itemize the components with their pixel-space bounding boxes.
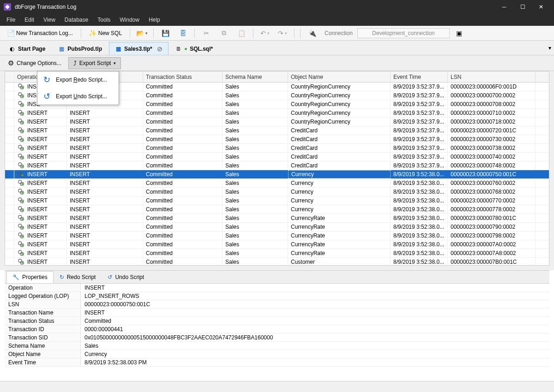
minimize-button[interactable]: ─ — [495, 0, 513, 14]
column-lsn[interactable]: LSN — [448, 71, 536, 82]
tab-label: Properties — [22, 274, 48, 280]
tabs-overflow-button[interactable]: ▾ — [548, 45, 551, 55]
cell-schema-name: Sales — [223, 126, 288, 135]
indicator-header — [5, 71, 14, 82]
column-object-name[interactable]: Object Name — [288, 71, 391, 82]
settings-icon: ▣ — [456, 30, 463, 37]
cell-operation: INSERT — [14, 188, 67, 196]
insert-icon — [17, 127, 25, 134]
menu-window[interactable]: Window — [115, 14, 144, 26]
export-undo-script-item[interactable]: ↺ Export Undo Script... — [37, 88, 119, 105]
export-script-button[interactable]: ⤴ Export Script ▾ — [68, 57, 121, 69]
table-row[interactable]: INSERTINSERTCommittedSalesCustomer8/9/20… — [5, 258, 549, 265]
tab-sales3[interactable]: ▦ Sales3.tlp* ⊘ — [109, 42, 169, 55]
property-key: LSN — [5, 300, 81, 308]
cell-transaction-name: INSERT — [67, 258, 143, 265]
undo-button[interactable]: ↶ — [257, 28, 273, 39]
new-transaction-log-button[interactable]: 📄 New Transaction Log... — [3, 28, 77, 39]
property-value: LOP_INSERT_ROWS — [81, 292, 549, 300]
menu-database[interactable]: Database — [60, 14, 93, 26]
cut-button[interactable]: ✂ — [199, 28, 214, 39]
row-indicator — [5, 153, 14, 161]
cell-operation: INSERT — [14, 135, 67, 143]
tab-sql[interactable]: 🗎 ■ SQL.sql* — [169, 42, 219, 55]
insert-icon — [17, 224, 25, 230]
tab-redo-script[interactable]: ↻ Redo Script — [54, 271, 102, 283]
table-row[interactable]: INSERTINSERTCommittedSalesCurrency8/9/20… — [5, 205, 549, 214]
table-row[interactable]: INSERTINSERTCommittedSalesCreditCard8/9/… — [5, 144, 549, 153]
menu-edit[interactable]: Edit — [20, 14, 39, 26]
menu-file[interactable]: File — [2, 14, 20, 26]
open-button[interactable]: 📂 — [134, 28, 150, 39]
cell-schema-name: Sales — [223, 161, 288, 170]
grid-body[interactable]: INSECommittedSalesCountryRegionCurrency8… — [5, 83, 549, 265]
maximize-button[interactable]: ☐ — [513, 0, 532, 14]
document-tabs: ◐ Start Page ▦ PubsProd.tlp ▦ Sales3.tlp… — [0, 41, 554, 55]
cell-event-time: 8/9/2019 3:52:37.9... — [391, 161, 448, 170]
property-key: Schema Name — [5, 342, 81, 350]
menu-tools[interactable]: Tools — [93, 14, 115, 26]
tab-pubsprod[interactable]: ▦ PubsProd.tlp — [52, 42, 108, 55]
table-row[interactable]: INSERTINSERTCommittedSalesCreditCard8/9/… — [5, 126, 549, 135]
cell-event-time: 8/9/2019 3:52:37.9... — [391, 100, 448, 108]
table-row[interactable]: INSERTINSERTCommittedSalesCurrency8/9/20… — [5, 188, 549, 196]
column-transaction-status[interactable]: Transaction Status — [143, 71, 223, 82]
row-indicator: → — [5, 170, 14, 178]
table-row[interactable]: INSERTINSERTCommittedSalesCreditCard8/9/… — [5, 135, 549, 144]
copy-button[interactable]: ⧉ — [216, 28, 232, 39]
cell-operation: INSERT — [14, 214, 67, 222]
tab-undo-script[interactable]: ↺ Undo Script — [102, 271, 150, 283]
svg-point-18 — [18, 163, 22, 166]
table-row[interactable]: INSERTINSERTCommittedSalesCurrencyRate8/… — [5, 232, 549, 240]
table-row[interactable]: INSERTINSERTCommittedSalesCreditCard8/9/… — [5, 161, 549, 170]
table-row[interactable]: INSERTINSERTCommittedSalesCurrency8/9/20… — [5, 196, 549, 205]
table-row[interactable]: INSERTINSERTCommittedSalesCurrencyRate8/… — [5, 240, 549, 249]
svg-point-28 — [18, 207, 22, 210]
table-row[interactable]: INSERTINSERTCommittedSalesCurrencyRate8/… — [5, 249, 549, 258]
cell-lsn: 00000023:00000710:0002 — [448, 109, 536, 117]
table-row[interactable]: INSERTINSERTCommittedSalesCurrencyRate8/… — [5, 223, 549, 232]
details-panel: 🔧 Properties ↻ Redo Script ↺ Undo Script… — [5, 270, 549, 376]
paste-button[interactable]: 📋 — [234, 28, 249, 39]
change-options-label: Change Options... — [17, 60, 61, 66]
connection-settings-button[interactable]: ▣ — [452, 28, 467, 39]
close-icon[interactable]: ⊘ — [157, 45, 163, 53]
cell-schema-name: Sales — [223, 249, 288, 257]
change-options-button[interactable]: ⚙ Change Options... — [3, 57, 66, 69]
connection-dropdown[interactable] — [357, 28, 450, 38]
table-row[interactable]: INSERTINSERTCommittedSalesCountryRegionC… — [5, 109, 549, 118]
cell-schema-name: Sales — [223, 170, 288, 178]
insert-icon — [17, 206, 25, 213]
cell-event-time: 8/9/2019 3:52:38.0... — [391, 196, 448, 205]
redo-button[interactable]: ↷ — [275, 28, 290, 39]
toolbar: 📄 New Transaction Log... ✨ New SQL 📂 💾 🗄… — [0, 26, 554, 41]
column-schema-name[interactable]: Schema Name — [223, 71, 288, 82]
chevron-down-icon: ▾ — [114, 61, 116, 65]
insert-icon — [17, 136, 25, 143]
tab-start-page[interactable]: ◐ Start Page — [3, 42, 51, 55]
separator — [253, 29, 253, 38]
column-event-time[interactable]: Event Time — [391, 71, 448, 82]
table-row[interactable]: INSERTINSERTCommittedSalesCurrencyRate8/… — [5, 214, 549, 223]
insert-icon — [17, 119, 25, 125]
close-button[interactable]: ✕ — [532, 0, 550, 14]
save-all-icon: 🗄 — [179, 30, 187, 37]
new-sql-button[interactable]: ✨ New SQL — [85, 28, 126, 39]
cell-lsn: 00000023:000006F0:001D — [448, 83, 536, 91]
table-row[interactable]: INSERTINSERTCommittedSalesCountryRegionC… — [5, 118, 549, 126]
cell-object-name: CreditCard — [288, 135, 391, 143]
table-row[interactable]: →INSERTINSERTCommittedSalesCurrency8/9/2… — [5, 170, 549, 179]
save-button[interactable]: 💾 — [157, 28, 173, 39]
table-row[interactable]: INSERTINSERTCommittedSalesCreditCard8/9/… — [5, 153, 549, 161]
table-row[interactable]: INSERTINSERTCommittedSalesCurrency8/9/20… — [5, 179, 549, 188]
plug-icon: 🔌 — [308, 30, 316, 37]
folder-open-icon: 📂 — [138, 30, 145, 37]
tab-properties[interactable]: 🔧 Properties — [6, 271, 54, 283]
connect-button[interactable]: 🔌 — [304, 28, 320, 39]
menu-help[interactable]: Help — [144, 14, 165, 26]
cell-object-name: Currency — [288, 188, 391, 196]
svg-point-38 — [18, 250, 22, 254]
export-redo-script-item[interactable]: ↻ Export Redo Script... — [37, 71, 119, 88]
menu-view[interactable]: View — [39, 14, 60, 26]
save-all-button[interactable]: 🗄 — [175, 28, 191, 39]
